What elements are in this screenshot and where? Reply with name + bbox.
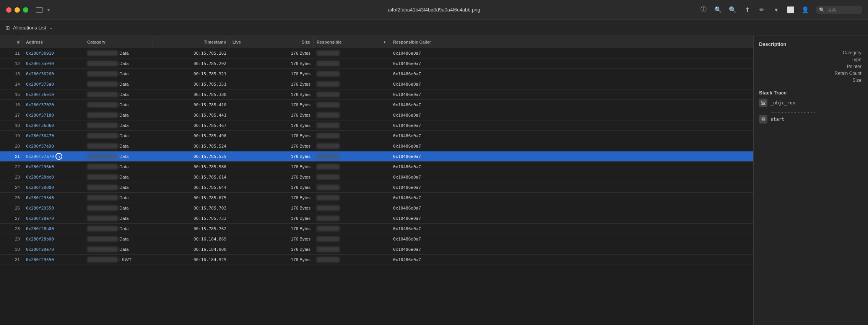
table-row[interactable]: 190x280f36470Data00:15.785.496176 Bytes0…: [0, 131, 753, 141]
minimize-button[interactable]: [15, 7, 20, 13]
info-icon[interactable]: ⓘ: [700, 6, 707, 14]
table-row[interactable]: 210x280f37a70→Data00:15.785.555176 Bytes…: [0, 151, 753, 162]
cell-responsible: [314, 110, 390, 120]
table-row[interactable]: 200x280f37e90Data00:15.785.524176 Bytes0…: [0, 141, 753, 151]
cell-size: 176 Bytes: [256, 48, 314, 58]
cell-live: [229, 172, 256, 182]
cell-category: Data: [84, 203, 153, 213]
cell-timestamp: 00:16.184.929: [153, 255, 229, 265]
cell-timestamp: 00:15.785.614: [153, 172, 229, 182]
cell-live: [229, 48, 256, 58]
edit-icon[interactable]: ✏: [758, 6, 766, 14]
cell-num: 18: [0, 120, 23, 130]
cell-timestamp: 00:15.785.586: [153, 162, 229, 172]
cell-responsible: [314, 48, 390, 58]
cell-responsible: [314, 131, 390, 141]
cell-responsible-caller: 0x10486e0a7: [390, 234, 753, 244]
stack-item-start[interactable]: 🏛 start: [759, 115, 863, 123]
cell-size: 176 Bytes: [256, 162, 314, 172]
cell-size: 176 Bytes: [256, 110, 314, 120]
cell-timestamp: 00:15.785.555: [153, 151, 229, 161]
cell-category: Data: [84, 162, 153, 172]
chevron-down-icon[interactable]: ▾: [772, 6, 780, 14]
close-button[interactable]: [6, 7, 11, 13]
cell-category: Data: [84, 79, 153, 89]
table-row[interactable]: 310x280f29550LKWT00:16.184.929176 Bytes0…: [0, 255, 753, 265]
desc-size-row: Size:: [759, 78, 863, 83]
col-header-responsible-caller[interactable]: Responsible Caller: [390, 36, 753, 48]
cell-size: 176 Bytes: [256, 182, 314, 192]
table-row[interactable]: 130x280f36260Data00:15.785.321176 Bytes0…: [0, 69, 753, 79]
desc-category-row: Category:: [759, 50, 863, 55]
table-row[interactable]: 180x280f36d60Data00:15.785.467176 Bytes0…: [0, 120, 753, 131]
cell-category: Data: [84, 48, 153, 58]
cell-num: 15: [0, 89, 23, 99]
cell-size: 176 Bytes: [256, 141, 314, 151]
cell-timestamp: 00:15.785.644: [153, 182, 229, 192]
allocations-chevron-icon[interactable]: ⌄: [49, 25, 53, 30]
cell-responsible-caller: 0x10486e0a7: [390, 193, 753, 203]
cell-size: 176 Bytes: [256, 120, 314, 130]
cell-responsible: [314, 203, 390, 213]
table-row[interactable]: 120x280f3a940Data00:15.785.292176 Bytes0…: [0, 58, 753, 69]
cell-responsible-caller: 0x10486e0a7: [390, 213, 753, 223]
table-row[interactable]: 160x280f37020Data00:15.785.410176 Bytes0…: [0, 100, 753, 110]
col-header-timestamp[interactable]: Timestamp: [153, 36, 229, 48]
cell-live: [229, 69, 256, 79]
search-input[interactable]: [827, 7, 858, 13]
sidebar-toggle-icon[interactable]: [36, 7, 43, 13]
sort-arrow-icon: ▲: [383, 40, 387, 44]
table-row[interactable]: 270x280f28e70Data00:15.785.733176 Bytes0…: [0, 213, 753, 224]
cell-address: 0x280f36e10: [23, 89, 84, 99]
cell-live: [229, 89, 256, 99]
cell-num: 14: [0, 79, 23, 89]
table-row[interactable]: 150x280f36e10Data00:15.785.380176 Bytes0…: [0, 89, 753, 100]
stack-item-objc[interactable]: 🏛 _objc_roo: [759, 99, 863, 107]
cell-address: 0x280f37a70→: [23, 151, 84, 161]
cell-size: 176 Bytes: [256, 213, 314, 223]
table-row[interactable]: 280x280f28b00Data00:15.785.762176 Bytes0…: [0, 224, 753, 234]
expand-icon[interactable]: ⬜: [787, 6, 795, 14]
cell-live: [229, 213, 256, 223]
table-row[interactable]: 290x280f28b00Data00:16.184.869176 Bytes0…: [0, 234, 753, 244]
navigate-arrow-icon[interactable]: →: [55, 153, 62, 160]
cell-live: [229, 203, 256, 213]
table-row[interactable]: 300x280f28e70Data00:16.184.900176 Bytes0…: [0, 244, 753, 255]
allocations-title: Allocations List: [13, 25, 46, 31]
col-header-category[interactable]: Category: [84, 36, 153, 48]
cell-timestamp: 00:15.785.380: [153, 89, 229, 99]
table-header: # Address Category Timestamp Live Size R…: [0, 36, 753, 48]
description-title: Description: [759, 41, 863, 47]
table-row[interactable]: 170x280f37180Data00:15.785.441176 Bytes0…: [0, 110, 753, 120]
cell-responsible-caller: 0x10486e0a7: [390, 244, 753, 254]
share-icon[interactable]: ⬆: [743, 6, 751, 14]
cell-responsible-caller: 0x10486e0a7: [390, 69, 753, 79]
cell-category: Data: [84, 120, 153, 130]
table-row[interactable]: 140x280f375a0Data00:15.785.351176 Bytes0…: [0, 79, 753, 89]
search-bar[interactable]: 🔍: [816, 6, 862, 14]
table-row[interactable]: 110x280f3b910Data00:15.785.262176 Bytes0…: [0, 48, 753, 58]
zoom-in-icon[interactable]: 🔍: [729, 6, 736, 14]
fullscreen-button[interactable]: [23, 7, 28, 13]
col-header-num: #: [0, 36, 23, 48]
col-header-address[interactable]: Address: [23, 36, 84, 48]
cell-size: 176 Bytes: [256, 131, 314, 141]
table-row[interactable]: 230x280f28dc0Data00:15.785.614176 Bytes0…: [0, 172, 753, 182]
cell-timestamp: 00:15.785.321: [153, 69, 229, 79]
cell-category: LKWT: [84, 255, 153, 265]
zoom-out-icon[interactable]: 🔍: [714, 6, 722, 14]
col-header-responsible[interactable]: Responsible ▲: [314, 36, 390, 48]
table-row[interactable]: 240x280f28000Data00:15.785.644176 Bytes0…: [0, 182, 753, 193]
cell-responsible-caller: 0x10486e0a7: [390, 100, 753, 110]
account-icon[interactable]: 👤: [801, 6, 809, 14]
cell-live: [229, 110, 256, 120]
cell-responsible-caller: 0x10486e0a7: [390, 172, 753, 182]
table-row[interactable]: 260x280f29550Data00:15.785.703176 Bytes0…: [0, 203, 753, 213]
col-header-size[interactable]: Size: [256, 36, 314, 48]
cell-timestamp: 00:16.184.869: [153, 234, 229, 244]
col-header-live[interactable]: Live: [229, 36, 256, 48]
cell-responsible-caller: 0x10486e0a7: [390, 58, 753, 68]
table-row[interactable]: 250x280f29340Data00:15.785.675176 Bytes0…: [0, 193, 753, 203]
cell-num: 24: [0, 182, 23, 192]
table-row[interactable]: 220x280f296b0Data00:15.785.586176 Bytes0…: [0, 162, 753, 172]
